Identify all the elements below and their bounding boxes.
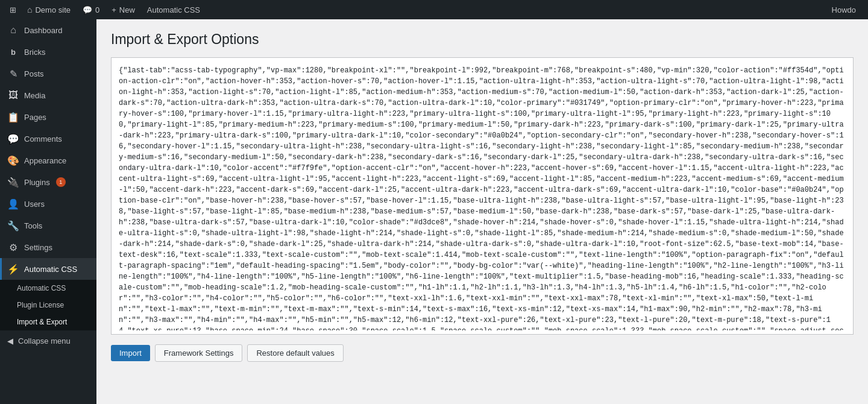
page-title: Import & Export Options bbox=[111, 31, 854, 48]
comments-item[interactable]: 💬 0 bbox=[77, 0, 105, 19]
sidebar-item-label: Comments bbox=[24, 134, 62, 144]
adminbar-right: Howdo bbox=[825, 5, 863, 14]
json-content-area[interactable]: {"last-tab":"acss-tab-typography","vp-ma… bbox=[111, 57, 854, 335]
plugin-name-label: Automatic CSS bbox=[147, 5, 200, 14]
dashboard-icon: ⌂ bbox=[7, 25, 19, 36]
sidebar-item-label: Media bbox=[24, 91, 45, 100]
sidebar-item-pages[interactable]: 📋 Pages bbox=[0, 106, 96, 128]
sidebar-item-automatic-css[interactable]: ⚡ Automatic CSS 7 bbox=[0, 258, 96, 280]
submenu-item-import-export[interactable]: Import & Export 8 bbox=[0, 314, 96, 330]
sidebar-item-label: Tools bbox=[24, 221, 42, 230]
submenu-label: Automatic CSS bbox=[17, 284, 66, 292]
users-icon: 👤 bbox=[7, 198, 19, 210]
user-greeting: Howdo bbox=[832, 5, 856, 14]
sidebar-item-label: Users bbox=[24, 200, 45, 209]
tools-icon: 🔧 bbox=[7, 220, 19, 232]
sidebar-item-label: Bricks bbox=[24, 48, 45, 57]
automatic-css-submenu: Automatic CSS Plugin License Import & Ex… bbox=[0, 280, 96, 330]
main-content: Import & Export Options {"last-tab":"acs… bbox=[96, 19, 868, 404]
appearance-icon: 🎨 bbox=[7, 155, 19, 166]
new-content-item[interactable]: + New bbox=[105, 0, 141, 19]
sidebar-item-label: Automatic CSS bbox=[24, 265, 77, 274]
sidebar-item-plugins[interactable]: 🔌 Plugins 1 bbox=[0, 171, 96, 193]
sidebar-item-dashboard[interactable]: ⌂ Dashboard bbox=[0, 19, 96, 41]
pages-icon: 📋 bbox=[7, 112, 19, 123]
sidebar-item-posts[interactable]: ✎ Posts bbox=[0, 63, 96, 84]
sidebar: ⌂ Dashboard b Bricks ✎ Posts 🖼 Media 📋 P… bbox=[0, 19, 96, 404]
comments-icon: 💬 bbox=[7, 133, 19, 145]
bricks-icon: b bbox=[7, 48, 19, 57]
comments-count: 0 bbox=[95, 5, 99, 14]
home-icon: ⌂ bbox=[27, 5, 32, 14]
collapse-menu-item[interactable]: ◀ Collapse menu bbox=[0, 330, 96, 352]
sidebar-item-users[interactable]: 👤 Users bbox=[0, 193, 96, 215]
posts-icon: ✎ bbox=[7, 68, 19, 80]
submenu-label: Import & Export bbox=[17, 318, 67, 326]
collapse-icon: ◀ bbox=[7, 336, 13, 346]
plugins-icon: 🔌 bbox=[7, 177, 19, 188]
sidebar-item-label: Dashboard bbox=[24, 26, 63, 35]
wp-icon: ⊞ bbox=[10, 5, 16, 14]
sidebar-item-label: Plugins bbox=[24, 178, 50, 187]
settings-icon: ⚙ bbox=[7, 242, 19, 253]
media-icon: 🖼 bbox=[7, 90, 19, 101]
json-text-display: {"last-tab":"acss-tab-typography","vp-ma… bbox=[119, 65, 846, 330]
sidebar-item-bricks[interactable]: b Bricks bbox=[0, 41, 96, 63]
layout: ⌂ Dashboard b Bricks ✎ Posts 🖼 Media 📋 P… bbox=[0, 19, 868, 404]
new-label: New bbox=[119, 5, 135, 14]
sidebar-item-label: Appearance bbox=[24, 156, 66, 165]
admin-bar: ⊞ ⌂ Demo site 💬 0 + New Automatic CSS Ho… bbox=[0, 0, 868, 19]
site-name-item[interactable]: ⌂ Demo site bbox=[21, 0, 77, 19]
plugins-badge: 1 bbox=[56, 177, 66, 187]
comment-icon: 💬 bbox=[83, 5, 92, 14]
sidebar-item-media[interactable]: 🖼 Media bbox=[0, 84, 96, 106]
sidebar-item-settings[interactable]: ⚙ Settings bbox=[0, 236, 96, 258]
collapse-label: Collapse menu bbox=[18, 336, 71, 346]
restore-defaults-button[interactable]: Restore default values bbox=[247, 344, 343, 362]
button-row: Import Framework Settings Restore defaul… bbox=[111, 344, 854, 362]
sidebar-item-label: Pages bbox=[24, 113, 46, 122]
import-button[interactable]: Import bbox=[111, 345, 150, 361]
automatic-css-icon: ⚡ bbox=[7, 264, 19, 275]
sidebar-item-label: Settings bbox=[24, 243, 52, 252]
site-name-label: Demo site bbox=[35, 5, 71, 14]
submenu-label: Plugin License bbox=[17, 301, 64, 309]
wp-logo[interactable]: ⊞ bbox=[5, 0, 21, 19]
submenu-item-plugin-license[interactable]: Plugin License bbox=[0, 297, 96, 314]
submenu-item-automatic-css[interactable]: Automatic CSS bbox=[0, 280, 96, 297]
framework-settings-button[interactable]: Framework Settings bbox=[155, 344, 243, 362]
sidebar-item-label: Posts bbox=[24, 69, 44, 78]
plugin-name-item[interactable]: Automatic CSS bbox=[141, 0, 206, 19]
sidebar-item-comments[interactable]: 💬 Comments bbox=[0, 128, 96, 150]
plus-icon: + bbox=[112, 5, 116, 14]
sidebar-item-appearance[interactable]: 🎨 Appearance bbox=[0, 150, 96, 171]
sidebar-item-tools[interactable]: 🔧 Tools bbox=[0, 215, 96, 236]
